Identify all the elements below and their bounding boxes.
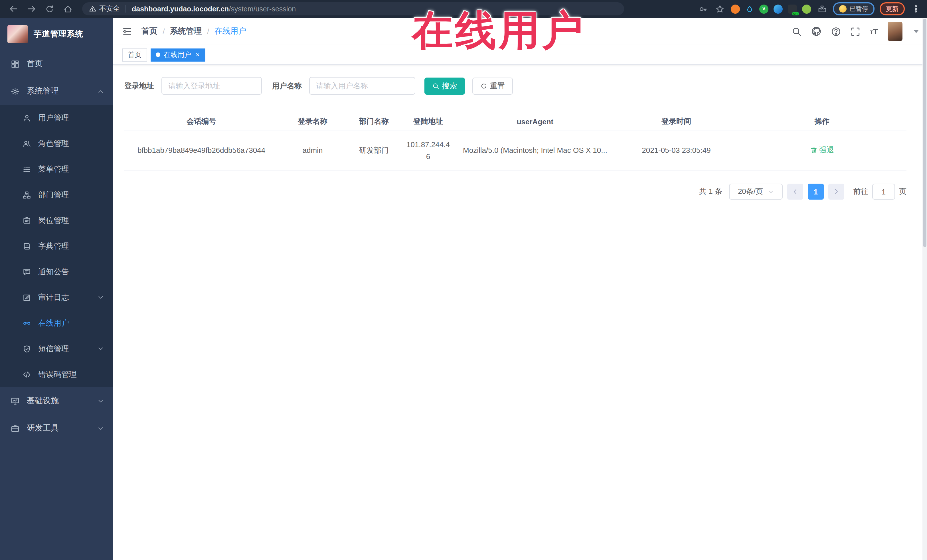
breadcrumb-separator: / (207, 27, 209, 36)
extensions-puzzle-icon[interactable] (816, 3, 828, 15)
sidebar-item-dept-management[interactable]: 部门管理 (0, 182, 113, 208)
extension-drop-icon[interactable] (745, 4, 754, 14)
extension-icon[interactable]: on (788, 4, 797, 14)
tag-online-users[interactable]: 在线用户 × (150, 48, 205, 61)
browser-forward-icon[interactable] (24, 2, 39, 16)
reset-button-label: 重置 (490, 81, 505, 91)
sidebar-item-home[interactable]: 首页 (0, 50, 113, 77)
tag-home[interactable]: 首页 (122, 48, 147, 61)
site-security-badge[interactable]: 不安全 (89, 4, 120, 14)
on-badge: on (792, 12, 799, 15)
sidebar: 芋道管理系统 首页 系统管理 用户管理 角色管理 (0, 18, 113, 560)
username-input[interactable] (309, 77, 415, 95)
cell-login-ip: 101.87.244.46 (401, 131, 455, 171)
password-key-icon[interactable] (698, 3, 709, 15)
col-session-id: 会话编号 (125, 112, 278, 131)
col-login-ip: 登陆地址 (401, 112, 455, 131)
sidebar-item-role-management[interactable]: 角色管理 (0, 131, 113, 156)
goto-page-input[interactable] (872, 184, 895, 200)
current-page[interactable]: 1 (808, 184, 824, 200)
search-icon[interactable] (792, 27, 801, 36)
prev-page-button[interactable] (787, 184, 803, 200)
search-icon (432, 82, 439, 89)
chevron-down-icon (97, 294, 104, 301)
header-actions: TT (792, 22, 919, 41)
annotation-title: 在线用户 (412, 3, 585, 58)
page-scrollbar[interactable] (922, 18, 927, 560)
sidebar-item-sms-management[interactable]: 短信管理 (0, 336, 113, 361)
sidebar-item-error-code[interactable]: 错误码管理 (0, 361, 113, 387)
force-logout-button[interactable]: 强退 (810, 144, 834, 156)
online-user-icon (23, 319, 31, 327)
security-label: 不安全 (99, 4, 120, 14)
dashboard-icon (11, 59, 20, 68)
github-icon[interactable] (811, 26, 821, 36)
gear-icon (11, 87, 20, 96)
extension-icon[interactable] (731, 4, 740, 14)
list-icon (23, 165, 31, 173)
force-logout-label: 强退 (819, 144, 834, 156)
sidebar-item-label: 错误码管理 (38, 369, 77, 379)
extension-icon[interactable]: V (759, 4, 768, 14)
extension-icon[interactable] (774, 4, 783, 14)
monitor-chart-icon (11, 397, 20, 405)
tag-label: 在线用户 (164, 50, 191, 59)
fullscreen-icon[interactable] (851, 27, 860, 36)
breadcrumb-current: 在线用户 (214, 26, 246, 36)
col-login-name: 登录名称 (278, 112, 347, 131)
font-size-icon[interactable]: TT (870, 27, 878, 36)
next-page-button[interactable] (828, 184, 844, 200)
sidebar-item-menu-management[interactable]: 菜单管理 (0, 156, 113, 182)
scrollbar-thumb[interactable] (923, 19, 926, 247)
reset-button[interactable]: 重置 (473, 77, 513, 94)
sidebar-item-audit-log[interactable]: 审计日志 (0, 285, 113, 310)
sidebar-item-system-management[interactable]: 系统管理 (0, 77, 113, 105)
toolbox-icon (11, 424, 20, 433)
sidebar-item-infrastructure[interactable]: 基础设施 (0, 387, 113, 414)
sidebar-item-dict-management[interactable]: 字典管理 (0, 233, 113, 259)
sidebar-item-label: 首页 (27, 59, 43, 69)
col-user-agent: userAgent (455, 112, 615, 131)
help-icon[interactable] (831, 27, 841, 36)
page-size-select[interactable]: 20条/页 (729, 184, 783, 200)
sidebar-item-online-users[interactable]: 在线用户 (0, 310, 113, 336)
system-management-submenu: 用户管理 角色管理 菜单管理 部门管理 岗位管理 (0, 105, 113, 387)
username-label: 用户名称 (272, 81, 302, 91)
sidebar-item-label: 字典管理 (38, 241, 69, 251)
close-icon[interactable]: × (196, 51, 200, 58)
avatar-caret-icon[interactable] (913, 30, 919, 33)
url-path: /system/user-session (229, 5, 296, 13)
breadcrumb-home[interactable]: 首页 (141, 26, 158, 36)
login-address-input[interactable] (161, 77, 262, 95)
search-button[interactable]: 搜索 (424, 77, 465, 94)
user-avatar[interactable] (887, 22, 903, 41)
paused-profile-chip[interactable]: 已暂停 (833, 2, 874, 15)
active-dot (156, 52, 160, 57)
browser-home-icon[interactable] (61, 2, 75, 16)
collapse-sidebar-icon[interactable] (122, 26, 132, 36)
url-domain: dashboard.yudao.iocoder.cn (132, 5, 229, 13)
chevron-left-icon (792, 188, 799, 195)
browser-reload-icon[interactable] (42, 2, 57, 16)
bookmark-star-icon[interactable] (714, 3, 726, 15)
sidebar-item-dev-tools[interactable]: 研发工具 (0, 414, 113, 442)
breadcrumb-separator: / (163, 27, 165, 36)
col-dept-name: 部门名称 (347, 112, 401, 131)
update-button[interactable]: 更新 (880, 2, 905, 15)
browser-menu-icon[interactable] (910, 3, 921, 15)
extension-icon[interactable] (802, 4, 811, 14)
sidebar-item-user-management[interactable]: 用户管理 (0, 105, 113, 131)
sidebar-item-label: 短信管理 (38, 344, 69, 354)
chevron-down-icon (767, 188, 774, 195)
sidebar-logo[interactable]: 芋道管理系统 (0, 18, 113, 50)
emoji-avatar (839, 5, 846, 12)
sidebar-item-notice[interactable]: 通知公告 (0, 259, 113, 285)
sidebar-item-label: 基础设施 (27, 396, 59, 406)
breadcrumb-system[interactable]: 系统管理 (170, 26, 202, 36)
cell-login-time: 2021-05-03 23:05:49 (615, 131, 738, 171)
sidebar-item-post-management[interactable]: 岗位管理 (0, 208, 113, 233)
browser-back-icon[interactable] (6, 2, 21, 16)
table-header-row: 会话编号 登录名称 部门名称 登陆地址 userAgent 登录时间 操作 (125, 112, 906, 131)
sidebar-item-label: 通知公告 (38, 267, 69, 277)
logo-image (8, 25, 28, 43)
